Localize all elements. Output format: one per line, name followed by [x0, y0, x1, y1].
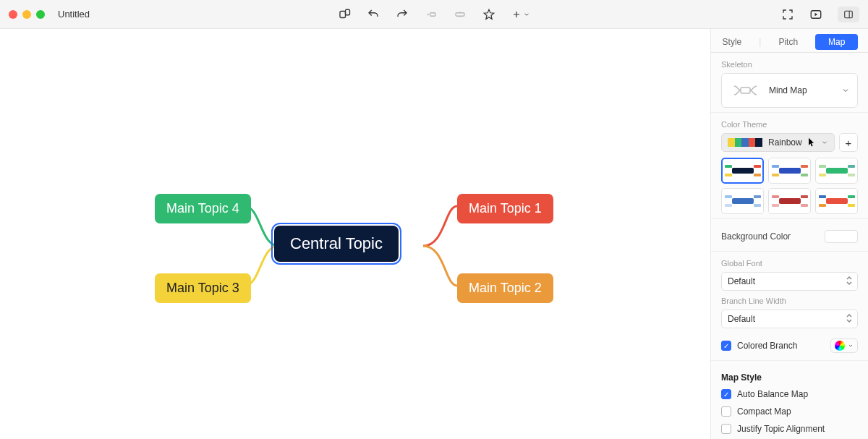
auto-balance-label: Auto Balance Map	[737, 389, 808, 399]
global-font-label: Global Font	[721, 259, 858, 268]
map-style-section: Map Style ✓ Auto Balance Map Compact Map…	[711, 361, 868, 439]
theme-preset-4[interactable]	[721, 188, 764, 214]
window-minimize-button[interactable]	[22, 10, 31, 19]
play-icon[interactable]	[809, 8, 823, 21]
branch-width-select[interactable]: Default	[721, 310, 858, 328]
global-font-select[interactable]: Default	[721, 272, 858, 291]
rainbow-swatch-icon	[728, 138, 762, 147]
skeleton-section: Skeleton Mind Map	[711, 53, 868, 113]
chevron-down-icon	[841, 86, 850, 95]
color-wheel-icon	[835, 341, 845, 351]
theme-preset-2[interactable]	[768, 158, 811, 184]
svg-rect-1	[346, 9, 350, 15]
svg-marker-6	[815, 13, 818, 17]
topic-4-node[interactable]: Main Topic 4	[155, 194, 251, 223]
outliner-toggle-icon[interactable]	[338, 8, 351, 21]
color-theme-value: Rainbow	[768, 137, 802, 148]
topic-1-node[interactable]: Main Topic 1	[457, 194, 553, 223]
background-label: Background Color	[721, 231, 791, 242]
color-theme-select[interactable]: Rainbow	[721, 133, 835, 152]
colored-branch-checkbox[interactable]: ✓	[721, 341, 731, 351]
skeleton-label: Skeleton	[721, 60, 858, 69]
branch-width-value: Default	[728, 314, 755, 324]
insert-subtopic-icon	[454, 8, 467, 21]
svg-rect-7	[845, 11, 853, 17]
svg-rect-9	[741, 88, 750, 93]
updown-icon	[846, 276, 853, 288]
background-section: Background Color	[711, 219, 868, 252]
compact-map-label: Compact Map	[737, 406, 791, 417]
inspector-panel: Style | Pitch Map Skeleton Mind Map Colo…	[710, 29, 868, 439]
svg-marker-4	[484, 9, 494, 19]
topic-2-node[interactable]: Main Topic 2	[457, 273, 553, 303]
redo-icon[interactable]	[396, 8, 409, 21]
chevron-down-icon	[821, 139, 828, 146]
fullscreen-icon[interactable]	[781, 8, 794, 21]
tab-style[interactable]: Style	[721, 37, 744, 47]
theme-preset-5[interactable]	[768, 188, 811, 214]
colored-branch-label: Colored Branch	[737, 341, 797, 351]
svg-rect-0	[340, 12, 346, 18]
skeleton-select[interactable]: Mind Map	[721, 73, 858, 108]
add-theme-button[interactable]: +	[839, 133, 858, 152]
theme-preset-3[interactable]	[815, 158, 858, 184]
document-title: Untitled	[58, 9, 90, 20]
titlebar: Untitled	[0, 0, 868, 29]
colored-branch-picker[interactable]	[830, 338, 858, 353]
add-menu-icon[interactable]	[511, 9, 530, 20]
svg-rect-3	[456, 13, 464, 17]
background-color-swatch[interactable]	[825, 230, 858, 243]
tab-map[interactable]: Map	[815, 34, 858, 50]
branch-width-label: Branch Line Width	[721, 297, 858, 305]
svg-rect-2	[430, 13, 436, 17]
chevron-down-icon	[848, 343, 854, 349]
compact-map-checkbox[interactable]	[721, 406, 731, 417]
theme-preset-grid	[721, 158, 858, 214]
window-close-button[interactable]	[9, 10, 17, 19]
font-branch-section: Global Font Default Branch Line Width De…	[711, 252, 868, 361]
toolbar-right	[781, 0, 859, 29]
inspector-toggle-icon[interactable]	[838, 7, 859, 22]
justify-alignment-label: Justify Topic Alignment	[737, 424, 825, 434]
insert-topic-icon	[425, 8, 438, 21]
auto-balance-checkbox[interactable]: ✓	[721, 389, 731, 399]
mindmap-canvas[interactable]: Central Topic Main Topic 4 Main Topic 3 …	[0, 29, 710, 439]
skeleton-value: Mind Map	[769, 85, 834, 95]
skeleton-thumb-icon	[729, 82, 762, 99]
updown-icon	[846, 313, 853, 325]
central-topic-node[interactable]: Central Topic	[274, 226, 399, 262]
star-icon[interactable]	[482, 8, 495, 21]
cursor-icon	[808, 137, 815, 148]
color-theme-label: Color Theme	[721, 120, 858, 129]
toolbar-center	[338, 0, 530, 29]
traffic-lights	[9, 10, 45, 19]
color-theme-section: Color Theme Rainbow +	[711, 113, 868, 219]
window-zoom-button[interactable]	[36, 10, 45, 19]
theme-preset-6[interactable]	[815, 188, 858, 214]
map-style-title: Map Style	[721, 372, 858, 383]
justify-alignment-checkbox[interactable]	[721, 424, 731, 434]
inspector-tabs: Style | Pitch Map	[711, 31, 868, 53]
undo-icon[interactable]	[367, 8, 380, 21]
tab-pitch[interactable]: Pitch	[777, 37, 799, 47]
topic-3-node[interactable]: Main Topic 3	[155, 273, 251, 303]
global-font-value: Default	[728, 276, 755, 286]
theme-preset-1[interactable]	[721, 158, 764, 184]
